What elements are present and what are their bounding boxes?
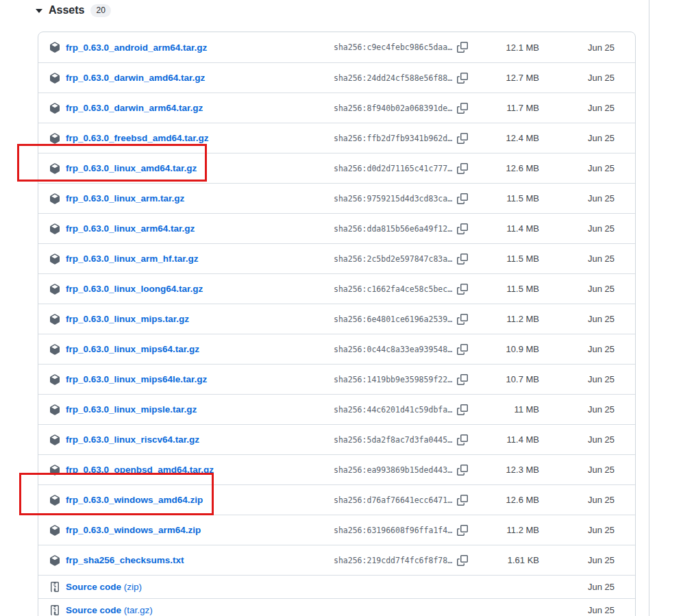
sha256-digest: sha256:5da2f8ac7d3fa0445… (334, 435, 452, 445)
assets-title: Assets (49, 4, 84, 16)
sha256-digest: sha256:63196608f96ffa1f4… (334, 526, 452, 535)
source-code-row: Source code (zip) Jun 25 (38, 575, 635, 598)
asset-download-link[interactable]: frp_0.63.0_linux_loong64.tar.gz (66, 284, 203, 294)
asset-row: frp_0.63.0_android_arm64.tar.gz sha256:c… (38, 32, 635, 62)
package-icon (49, 525, 60, 536)
package-icon (49, 555, 60, 566)
asset-date: Jun 25 (539, 555, 615, 565)
copy-icon[interactable] (457, 193, 468, 204)
asset-name-cell: frp_0.63.0_linux_mips64le.tar.gz (49, 374, 334, 385)
asset-download-link[interactable]: frp_0.63.0_linux_arm.tar.gz (66, 193, 184, 204)
asset-download-link[interactable]: frp_0.63.0_openbsd_amd64.tar.gz (66, 465, 214, 475)
chevron-down-icon[interactable] (36, 9, 42, 13)
asset-date: Jun 25 (539, 525, 615, 535)
package-icon (49, 374, 60, 385)
asset-download-link[interactable]: frp_0.63.0_linux_riscv64.tar.gz (66, 434, 199, 445)
asset-size: 12.1 MB (471, 42, 539, 53)
asset-sha-cell: sha256:c1662fa4ce58c5bec… (334, 284, 471, 295)
asset-download-link[interactable]: frp_0.63.0_linux_arm64.tar.gz (66, 223, 195, 234)
asset-size: 10.7 MB (471, 374, 539, 384)
asset-name-cell: frp_0.63.0_linux_amd64.tar.gz (49, 163, 334, 174)
asset-download-link[interactable]: frp_0.63.0_windows_arm64.zip (66, 525, 201, 535)
asset-sha-cell: sha256:0c44c8a33ea939548… (334, 344, 471, 355)
asset-size: 11.4 MB (471, 434, 539, 445)
asset-sha-cell: sha256:d0d2d71165c41c777… (334, 163, 471, 174)
asset-date: Jun 25 (539, 133, 615, 143)
asset-download-link[interactable]: frp_0.63.0_linux_amd64.tar.gz (66, 163, 197, 173)
asset-name-cell: frp_0.63.0_linux_loong64.tar.gz (49, 284, 334, 295)
asset-download-link[interactable]: frp_0.63.0_darwin_amd64.tar.gz (66, 73, 205, 83)
asset-date: Jun 25 (539, 495, 615, 505)
asset-sha-cell: sha256:c9ec4febc986c5daa… (334, 42, 471, 53)
sha256-digest: sha256:0c44c8a33ea939548… (334, 345, 452, 354)
copy-icon[interactable] (457, 73, 468, 84)
asset-download-link[interactable]: frp_0.63.0_linux_mips64le.tar.gz (66, 374, 207, 384)
asset-date: Jun 25 (539, 254, 615, 264)
sha256-digest: sha256:1419bb9e359859f22… (334, 375, 452, 384)
package-icon (49, 344, 60, 355)
asset-download-link[interactable]: frp_sha256_checksums.txt (66, 555, 184, 565)
asset-date: Jun 25 (539, 284, 615, 294)
package-icon (49, 163, 60, 174)
asset-date: Jun 25 (539, 42, 615, 53)
copy-icon[interactable] (457, 223, 468, 234)
asset-size: 10.9 MB (471, 344, 539, 354)
asset-date: Jun 25 (539, 605, 615, 615)
copy-icon[interactable] (457, 495, 468, 506)
package-icon (49, 495, 60, 506)
asset-row: frp_0.63.0_darwin_arm64.tar.gz sha256:8f… (38, 93, 635, 123)
asset-row: frp_0.63.0_linux_mips.tar.gz sha256:6e48… (38, 304, 635, 334)
asset-date: Jun 25 (539, 103, 615, 113)
asset-download-link[interactable]: frp_0.63.0_linux_mips.tar.gz (66, 314, 189, 324)
asset-sha-cell: sha256:5da2f8ac7d3fa0445… (334, 434, 471, 445)
copy-icon[interactable] (457, 555, 468, 566)
copy-icon[interactable] (457, 314, 468, 325)
sha256-digest: sha256:9759215d4d3cd83ca… (334, 194, 452, 204)
asset-download-link[interactable]: frp_0.63.0_windows_amd64.zip (66, 495, 203, 505)
asset-download-link[interactable]: frp_0.63.0_linux_mipsle.tar.gz (66, 404, 197, 415)
asset-size: 11.2 MB (471, 314, 539, 324)
asset-name-cell: frp_0.63.0_darwin_amd64.tar.gz (49, 73, 334, 84)
sha256-digest: sha256:d0d2d71165c41c777… (334, 164, 452, 173)
copy-icon[interactable] (457, 434, 468, 445)
copy-icon[interactable] (457, 103, 468, 114)
copy-icon[interactable] (457, 404, 468, 415)
asset-download-link[interactable]: frp_0.63.0_linux_arm_hf.tar.gz (66, 254, 199, 264)
asset-name-cell: frp_0.63.0_linux_mips.tar.gz (49, 314, 334, 325)
asset-sha-cell: sha256:dda815b56e6a49f12… (334, 223, 471, 234)
package-icon (49, 284, 60, 295)
copy-icon[interactable] (457, 284, 468, 295)
copy-icon[interactable] (457, 374, 468, 385)
asset-row: frp_0.63.0_linux_arm.tar.gz sha256:97592… (38, 183, 635, 213)
sha256-digest: sha256:ea993869b15ded443… (334, 465, 452, 475)
asset-size: 11 MB (471, 404, 539, 415)
asset-row: frp_0.63.0_windows_amd64.zip sha256:d76a… (38, 484, 635, 515)
asset-download-link[interactable]: frp_0.63.0_linux_mips64.tar.gz (66, 344, 199, 354)
source-name-cell: Source code (zip) (49, 582, 334, 593)
package-icon (49, 73, 60, 84)
copy-icon[interactable] (457, 344, 468, 355)
asset-size: 11.5 MB (471, 193, 539, 204)
copy-icon[interactable] (457, 254, 468, 264)
asset-date: Jun 25 (539, 163, 615, 173)
asset-sha-cell: sha256:2c5bd2e597847c83a… (334, 254, 471, 264)
asset-download-link[interactable]: frp_0.63.0_android_arm64.tar.gz (66, 42, 207, 53)
package-icon (49, 465, 60, 476)
asset-name-cell: frp_0.63.0_linux_riscv64.tar.gz (49, 434, 334, 445)
copy-icon[interactable] (457, 42, 468, 53)
copy-icon[interactable] (457, 163, 468, 174)
asset-date: Jun 25 (539, 344, 615, 354)
copy-icon[interactable] (457, 133, 468, 144)
package-icon (49, 404, 60, 415)
asset-download-link[interactable]: frp_0.63.0_freebsd_amd64.tar.gz (66, 133, 209, 143)
asset-name-cell: frp_0.63.0_linux_mips64.tar.gz (49, 344, 334, 355)
asset-name-cell: frp_0.63.0_linux_arm.tar.gz (49, 193, 334, 204)
copy-icon[interactable] (457, 465, 468, 476)
asset-size: 12.6 MB (471, 495, 539, 505)
source-code-link[interactable]: Source code (tar.gz) (66, 605, 153, 615)
source-code-link[interactable]: Source code (zip) (66, 582, 142, 592)
copy-icon[interactable] (457, 525, 468, 536)
asset-row: frp_0.63.0_linux_riscv64.tar.gz sha256:5… (38, 424, 635, 454)
asset-download-link[interactable]: frp_0.63.0_darwin_arm64.tar.gz (66, 103, 203, 113)
package-icon (49, 254, 60, 264)
